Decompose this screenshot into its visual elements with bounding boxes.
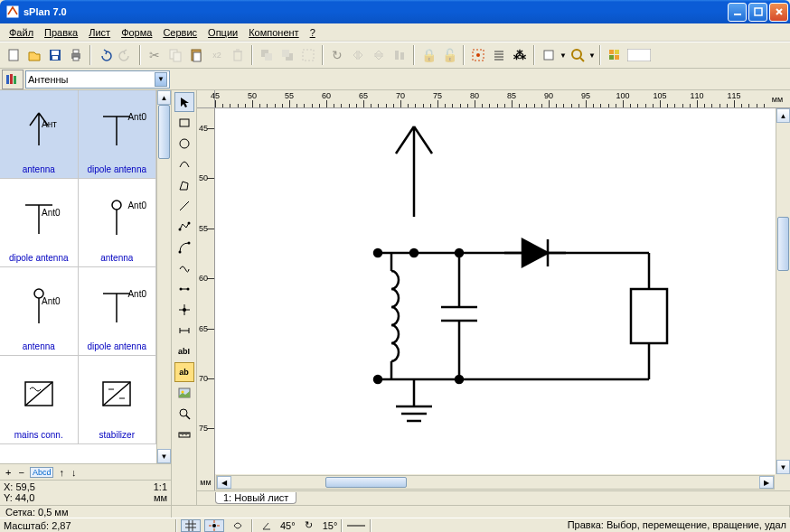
lock-button[interactable]: 🔒 [419, 45, 438, 65]
image-tool[interactable] [174, 383, 194, 403]
rect-tool[interactable] [174, 113, 194, 133]
drawing-canvas[interactable] [215, 108, 776, 474]
print-button[interactable] [66, 45, 86, 65]
menu-file[interactable]: Файл [4, 25, 39, 40]
svg-rect-5 [52, 51, 59, 55]
save-button[interactable] [45, 45, 65, 65]
scroll-up-arrow[interactable]: ▲ [157, 90, 171, 105]
rubber-toggle-button[interactable] [228, 519, 248, 532]
angle-button[interactable] [257, 519, 277, 532]
canvas-vscrollbar[interactable]: ▲ ▼ [776, 108, 790, 474]
circle-tool[interactable] [174, 134, 194, 154]
unlock-button[interactable]: 🔓 [439, 45, 459, 65]
undo-button[interactable] [95, 45, 115, 65]
textblock-tool[interactable]: ab [174, 362, 194, 382]
polygon-tool[interactable] [174, 175, 194, 195]
close-button[interactable] [769, 3, 788, 22]
palette-item[interactable]: Ant0dipole antenna [79, 90, 157, 179]
palette-item[interactable]: Ant0dipole antenna [0, 179, 79, 267]
text-tool[interactable]: abI [174, 341, 194, 361]
delete-button[interactable] [228, 45, 248, 65]
bezier-tool[interactable] [174, 238, 194, 257]
minimize-button[interactable] [728, 3, 747, 22]
align-button[interactable] [390, 45, 409, 65]
palette-item[interactable]: Ant0antenna [79, 179, 157, 267]
new-button[interactable] [4, 45, 24, 65]
scroll-down-arrow[interactable]: ▼ [776, 460, 790, 474]
scroll-left-arrow[interactable]: ◀ [217, 476, 231, 489]
colors-button[interactable] [605, 45, 625, 65]
pal-plus-button[interactable]: + [4, 467, 13, 478]
palette-item[interactable]: mains conn. [0, 356, 79, 444]
connection-tool[interactable] [174, 279, 194, 299]
grid-toggle-button[interactable] [181, 519, 201, 532]
snap-toggle-button[interactable] [204, 519, 224, 532]
list-button[interactable] [489, 45, 509, 65]
menu-service[interactable]: Сервис [157, 25, 202, 40]
menu-sheet[interactable]: Лист [83, 25, 116, 40]
svg-rect-28 [609, 55, 614, 60]
palette-scrollbar[interactable]: ▲ ▼ [156, 90, 171, 463]
coordinate-panel: X: 59,5 Y: 44,0 1:1 мм [0, 480, 171, 505]
horizontal-ruler[interactable]: 4550556065707580859095100105110115 мм [197, 90, 790, 108]
pal-minus-button[interactable]: − [16, 467, 25, 478]
flipv-button[interactable] [369, 45, 389, 65]
svg-rect-19 [303, 50, 314, 61]
open-button[interactable] [24, 45, 44, 65]
menu-edit[interactable]: Правка [39, 25, 83, 40]
svg-rect-33 [14, 76, 16, 84]
zoom-button[interactable] [568, 45, 588, 65]
lineweight-button[interactable] [346, 519, 366, 532]
scroll-right-arrow[interactable]: ▶ [759, 476, 774, 489]
pointer-tool[interactable] [174, 92, 194, 112]
vertical-ruler[interactable]: 4550556065707580 [197, 108, 215, 474]
palette-item[interactable]: stabilizer [79, 356, 157, 444]
library-books-button[interactable] [2, 70, 24, 89]
cut-button[interactable]: ✂ [145, 45, 165, 65]
pal-up-button[interactable]: ↑ [57, 467, 66, 478]
redo-button[interactable] [116, 45, 136, 65]
copy-button[interactable] [165, 45, 185, 65]
scroll-thumb[interactable] [158, 105, 170, 159]
palette-item[interactable]: Ant0antenna [0, 267, 79, 356]
canvas-hscrollbar[interactable]: ◀ ▶ [215, 474, 776, 490]
swatch-button[interactable] [625, 45, 653, 65]
group-button[interactable] [298, 45, 318, 65]
ellipse-tool[interactable] [174, 154, 194, 174]
scroll-thumb[interactable] [777, 217, 789, 271]
find-button[interactable]: ⁂ [510, 45, 530, 65]
front-button[interactable] [257, 45, 277, 65]
polyline-tool[interactable] [174, 217, 194, 237]
pal-down-button[interactable]: ↓ [70, 467, 79, 478]
rotate-button[interactable]: ↻ [327, 45, 347, 65]
library-select[interactable]: Антенны ▼ [25, 70, 170, 89]
measure-tool[interactable] [174, 425, 194, 444]
fliph-button[interactable] [348, 45, 368, 65]
scroll-thumb[interactable] [325, 477, 407, 488]
palette-item[interactable]: Антantenna [0, 90, 79, 179]
pal-abcd-button[interactable]: Abcd [30, 467, 54, 478]
back-button[interactable] [277, 45, 297, 65]
options-button[interactable] [539, 45, 559, 65]
palette-item[interactable]: Ant0dipole antenna [79, 267, 157, 356]
rotate-step-button[interactable]: ↻ [299, 519, 319, 532]
line-tool[interactable] [174, 196, 194, 216]
maximize-button[interactable] [748, 3, 767, 22]
menu-component[interactable]: Компонент [243, 25, 304, 40]
svg-point-46 [183, 308, 186, 312]
svg-rect-20 [395, 51, 399, 60]
node-tool[interactable] [174, 300, 194, 320]
scroll-down-arrow[interactable]: ▼ [157, 449, 171, 463]
scroll-up-arrow[interactable]: ▲ [776, 108, 790, 123]
zoom-tool[interactable] [174, 404, 194, 424]
paste-button[interactable] [186, 45, 206, 65]
menu-help[interactable]: ? [305, 25, 321, 40]
svg-rect-18 [282, 50, 289, 57]
menu-options[interactable]: Опции [202, 25, 243, 40]
spline-tool[interactable] [174, 258, 194, 278]
duplicate-button[interactable]: x2 [207, 45, 227, 65]
dimension-tool[interactable] [174, 321, 194, 341]
snap-button[interactable] [468, 45, 488, 65]
sheet-tab-1[interactable]: 1: Новый лист [215, 492, 296, 504]
menu-form[interactable]: Форма [116, 25, 157, 40]
